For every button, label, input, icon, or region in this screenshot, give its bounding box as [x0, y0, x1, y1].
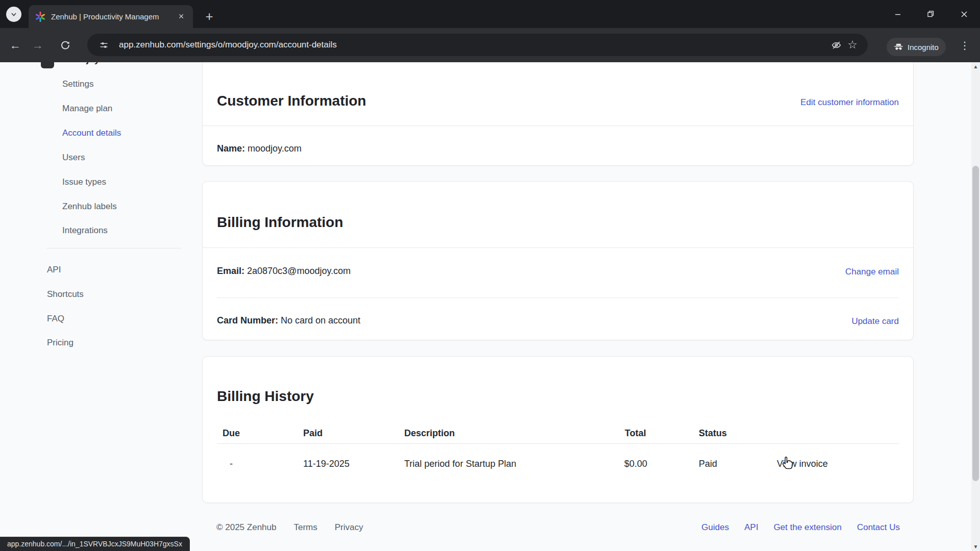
reload-icon — [60, 40, 70, 51]
window-minimize-button[interactable] — [882, 0, 914, 28]
footer-copyright: © 2025 Zenhub — [216, 522, 276, 533]
customer-name-label: Name: — [217, 143, 245, 154]
card-number-label: Card Number: — [217, 315, 278, 325]
org-name: moodjoy.com — [61, 62, 120, 66]
url-text[interactable]: app.zenhub.com/settings/o/moodjoy.com/ac… — [119, 40, 828, 50]
footer-left: © 2025 Zenhub Terms Privacy — [216, 522, 363, 533]
sidebar-item-api[interactable]: API — [47, 258, 61, 282]
card-divider — [203, 247, 913, 248]
sidebar-divider — [47, 248, 181, 248]
browser-toolbar: ← → app.zenhub.com/settings/o/moodjoy.co… — [0, 28, 980, 62]
column-header-total: Total — [625, 428, 646, 439]
bookmark-star-icon[interactable]: ☆ — [844, 37, 861, 53]
billing-email-field: Email: 2a0870c3@moodjoy.com — [217, 266, 351, 277]
incognito-badge: Incognito — [887, 38, 946, 56]
browser-window: Zenhub | Productivity Managem × + ← → — [0, 0, 980, 551]
billing-email-label: Email: — [217, 266, 244, 276]
minimize-icon — [895, 11, 901, 17]
reload-button[interactable] — [57, 37, 74, 54]
sidebar-item-manage-plan[interactable]: Manage plan — [62, 96, 112, 121]
cell-status: Paid — [699, 459, 717, 469]
scrollbar-thumb[interactable] — [972, 166, 979, 481]
new-tab-button[interactable]: + — [200, 7, 218, 26]
billing-history-title: Billing History — [217, 388, 314, 405]
view-invoice-link[interactable]: View invoice — [777, 459, 828, 469]
window-restore-button[interactable] — [915, 0, 946, 28]
billing-history-table-header: Due Paid Description Total Status — [217, 423, 899, 444]
change-email-link[interactable]: Change email — [845, 267, 899, 277]
zenhub-favicon-icon — [35, 11, 46, 22]
site-info-icon[interactable] — [95, 37, 112, 53]
billing-information-title: Billing Information — [217, 214, 343, 231]
footer-api-link[interactable]: API — [744, 522, 758, 533]
customer-name-field: Name: moodjoy.com — [217, 143, 302, 154]
address-bar[interactable]: app.zenhub.com/settings/o/moodjoy.com/ac… — [87, 34, 868, 56]
sidebar-item-integrations[interactable]: Integrations — [62, 218, 108, 243]
card-divider — [203, 126, 913, 126]
tab-title-fade — [158, 5, 176, 28]
status-bubble: app.zenhub.com/.../in_1SVRVBJcxJS9MuH03H… — [0, 537, 190, 551]
column-header-status: Status — [699, 428, 727, 439]
forward-button[interactable]: → — [30, 37, 46, 54]
customer-information-card: Customer Information Edit customer infor… — [202, 62, 914, 166]
eye-off-icon[interactable] — [828, 37, 844, 53]
sidebar-item-faq[interactable]: FAQ — [47, 307, 64, 331]
footer-contact-link[interactable]: Contact Us — [857, 522, 900, 533]
scroll-down-arrow-icon[interactable]: ▼ — [971, 542, 980, 551]
footer-guides-link[interactable]: Guides — [701, 522, 729, 533]
card-divider — [217, 297, 899, 298]
cell-description: Trial period for Startup Plan — [404, 459, 516, 469]
tab-close-icon[interactable]: × — [176, 11, 187, 22]
scrollbar[interactable]: ▲ ▼ — [971, 62, 980, 551]
cell-total: $0.00 — [624, 459, 647, 469]
edit-customer-information-link[interactable]: Edit customer information — [800, 97, 899, 108]
scroll-up-arrow-icon[interactable]: ▲ — [971, 62, 980, 71]
billing-history-card: Billing History Due Paid Description Tot… — [202, 356, 914, 503]
column-header-due: Due — [223, 428, 240, 439]
tab-title: Zenhub | Productivity Managem — [51, 12, 176, 21]
footer-extension-link[interactable]: Get the extension — [774, 522, 842, 533]
tab-search-button[interactable] — [6, 7, 21, 22]
sidebar-item-shortcuts[interactable]: Shortcuts — [47, 282, 84, 307]
window-close-button[interactable] — [948, 0, 980, 28]
cell-due: - — [230, 459, 233, 469]
sidebar-item-users[interactable]: Users — [62, 145, 85, 170]
incognito-label: Incognito — [908, 43, 939, 52]
org-avatar — [41, 62, 54, 68]
customer-name-value: moodjoy.com — [248, 143, 302, 154]
update-card-link[interactable]: Update card — [851, 316, 899, 327]
browser-tab[interactable]: Zenhub | Productivity Managem × — [29, 5, 193, 28]
table-row: - 11-19-2025 Trial period for Startup Pl… — [217, 444, 899, 484]
chevron-down-icon — [10, 10, 18, 18]
browser-menu-button[interactable]: ⋮ — [957, 37, 973, 54]
column-header-description: Description — [404, 428, 455, 439]
billing-card-number-field: Card Number: No card on account — [217, 315, 360, 326]
customer-information-title: Customer Information — [217, 92, 366, 110]
browser-titlebar: Zenhub | Productivity Managem × + — [0, 0, 980, 28]
footer-terms-link[interactable]: Terms — [293, 522, 317, 533]
sidebar-item-issue-types[interactable]: Issue types — [62, 170, 106, 194]
sidebar-item-pricing[interactable]: Pricing — [47, 331, 74, 355]
restore-icon — [927, 11, 934, 17]
close-icon — [961, 11, 967, 17]
card-number-value: No card on account — [281, 315, 360, 325]
sidebar-item-settings[interactable]: Settings — [62, 72, 93, 96]
billing-email-value: 2a0870c3@moodjoy.com — [247, 266, 351, 276]
cell-paid: 11-19-2025 — [303, 459, 350, 469]
billing-information-card: Billing Information Email: 2a0870c3@mood… — [202, 181, 914, 340]
page-content: moodjoy.com Settings Manage plan Account… — [0, 62, 971, 551]
footer-right: Guides API Get the extension Contact Us — [701, 522, 900, 533]
incognito-icon — [894, 43, 903, 51]
back-button[interactable]: ← — [7, 37, 23, 54]
sidebar-item-zenhub-labels[interactable]: Zenhub labels — [62, 194, 117, 219]
footer-privacy-link[interactable]: Privacy — [335, 522, 363, 533]
column-header-paid: Paid — [303, 428, 323, 439]
sidebar-item-account-details[interactable]: Account details — [62, 121, 121, 145]
